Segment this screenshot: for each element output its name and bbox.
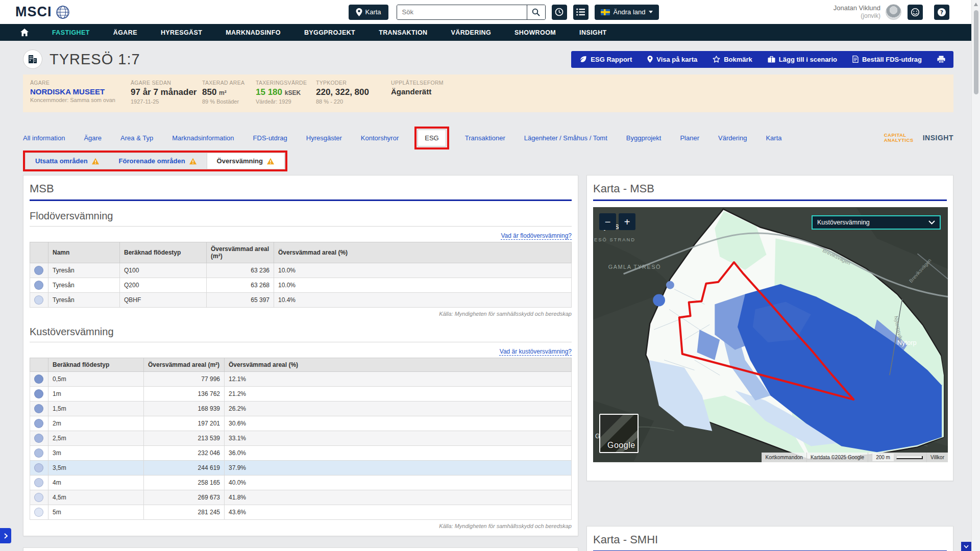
tab-hyresgaster[interactable]: Hyresgäster [306,134,342,142]
table-row[interactable]: 3,5m 244 619 37.9% [30,461,572,475]
history-button[interactable] [552,5,567,20]
bookmark-button[interactable]: Bokmärk [713,56,752,63]
coastal-zone-dot [34,404,43,413]
help-button[interactable]: ? [934,5,949,20]
esg-report-button[interactable]: ESG Rapport [579,56,632,63]
vertical-scrollbar[interactable] [971,0,980,551]
table-row[interactable]: 2,5m 213 539 33.1% [30,431,572,446]
show-on-map-button[interactable]: Visa på karta [647,56,697,63]
tab-karta[interactable]: Karta [766,134,781,142]
satellite-toggle[interactable]: Google [599,414,639,453]
map-pin-icon [356,8,362,16]
nav-item-byggprojekt[interactable]: BYGGPROJEKT [304,29,355,36]
table-row[interactable]: 2m 197 201 30.6% [30,416,572,431]
scroll-corner-button[interactable] [961,542,971,551]
add-to-scenario-button[interactable]: Lägg till i scenario [768,56,837,63]
capital-analytics-logo[interactable]: CAPITALANALYTICS [884,133,914,143]
table-row[interactable]: 5m 281 245 43.6% [30,505,572,520]
table-row[interactable]: Tyresån Q100 63 236 10.0% [30,263,572,278]
map-layer-value: Kustöversvämning [817,219,870,226]
tab-all-information[interactable]: All information [23,134,65,142]
msb-map-heading: Karta - MSB [593,182,947,201]
subtab-fororenade-omraden[interactable]: Förorenade områden [109,153,207,169]
table-row[interactable]: 4m 258 165 40.0% [30,475,572,490]
globe-icon [55,5,70,20]
user-names: Jonatan Viklund (jonvik) [834,4,880,20]
table-row[interactable]: 1m 136 762 21.2% [30,387,572,402]
change-country-label: Ändra land [614,8,646,16]
top-header: MSCI Karta Ändra land Jonatan Viklund [0,0,980,24]
chevron-down-icon [649,11,653,13]
flood-zone-dot [34,266,43,275]
tab-transaktioner[interactable]: Transaktioner [465,134,505,142]
smhi-map-heading: Karta - SMHI [593,533,947,551]
karta-button[interactable]: Karta [349,5,388,20]
coastal-zone-dot [34,463,43,472]
property-tabs: All information Ägare Area & Typ Marknad… [23,129,953,146]
map-zoom-controls: − + [599,213,635,230]
flood-info-link[interactable]: Vad är flodöversvämning? [501,232,572,239]
map-shortcuts-link[interactable]: Kortkommandon [762,453,806,462]
tab-marknadsinformation[interactable]: Marknadsinformation [172,134,234,142]
tab-fds-utdrag[interactable]: FDS-utdrag [253,134,287,142]
nav-item-showroom[interactable]: SHOWROOM [514,29,556,36]
tab-agare[interactable]: Ägare [84,134,102,142]
warning-icon [266,158,275,165]
owner-link[interactable]: NORDISKA MUSEET [30,87,131,97]
list-button[interactable] [573,5,589,20]
karta-button-label: Karta [365,8,381,16]
table-row[interactable]: 4,5m 269 673 41.8% [30,490,572,505]
briefcase-icon [768,56,775,63]
table-row[interactable]: Tyresån QBHF 65 397 10.4% [30,293,572,308]
zoom-out-button[interactable]: − [599,213,616,230]
scrollbar-up-arrow[interactable] [974,3,978,6]
tab-area-typ[interactable]: Area & Typ [120,134,153,142]
nav-item-transaktion[interactable]: TRANSAKTION [379,29,427,36]
subtab-utsatta-omraden[interactable]: Utsatta områden [26,153,109,169]
side-expand-tab[interactable] [0,528,11,543]
tab-planer[interactable]: Planer [680,134,699,142]
search-button[interactable] [527,5,545,19]
map-layer-select[interactable]: Kustöversvämning [812,215,941,230]
help-icon: ? [937,8,946,17]
coastal-zone-dot [34,389,43,398]
msci-logo[interactable]: MSCI [15,4,70,20]
scrollbar-thumb[interactable] [974,10,978,94]
coastal-info-link[interactable]: Vad är kustöversvämning? [500,348,572,355]
tab-esg[interactable]: ESG [418,130,446,146]
user-block: Jonatan Viklund (jonvik) ? [834,4,949,20]
avatar[interactable] [886,4,901,20]
tab-kontorshyror[interactable]: Kontorshyror [361,134,399,142]
table-row[interactable]: 3m 232 046 36.0% [30,446,572,461]
tab-byggprojekt[interactable]: Byggprojekt [626,134,662,142]
table-row[interactable]: 1,5m 168 939 26.2% [30,402,572,416]
print-button[interactable] [937,56,945,63]
scale-bar [896,456,923,459]
nav-item-agare[interactable]: ÄGARE [113,29,137,36]
search-input[interactable] [397,5,527,19]
insight-logo[interactable]: INSIGHT [923,134,953,142]
map-data-attribution: Kartdata ©2025 Google [806,453,868,462]
flood-map[interactable]: Tyresö ESÖ STRAND GAMLA TYRESÖ Breviksvä… [593,207,948,462]
nav-item-insight[interactable]: INSIGHT [579,29,607,36]
leaf-icon [579,56,587,63]
nav-item-hyresgast[interactable]: HYRESGÄST [161,29,202,36]
flood-table: Namn Beräknad flödestyp Översvämmad area… [30,242,572,308]
nav-item-marknadsinfo[interactable]: MARKNADSINFO [226,29,281,36]
change-country-button[interactable]: Ändra land [595,5,659,20]
tab-lagenheter-smahus-tomt[interactable]: Lägenheter / Småhus / Tomt [524,134,607,142]
zoom-in-button[interactable]: + [619,213,635,230]
nav-item-vardering[interactable]: VÄRDERING [451,29,492,36]
nav-item-fastighet[interactable]: FASTIGHET [52,29,90,36]
map-terms-link[interactable]: Villkor [926,453,948,462]
home-icon[interactable] [20,29,29,36]
tab-vardering[interactable]: Värdering [718,134,747,142]
smhi-map-card: Karta - SMHI [586,526,953,551]
order-fds-button[interactable]: Beställ FDS-utdrag [852,56,922,63]
table-row[interactable]: Tyresån Q200 63 268 10.0% [30,278,572,293]
feedback-button[interactable] [908,5,923,20]
smiley-icon [911,8,920,17]
table-row[interactable]: 0,5m 77 996 12.1% [30,372,572,387]
chevron-right-icon [4,533,8,539]
subtab-oversvamning[interactable]: Översvämning [207,153,285,169]
